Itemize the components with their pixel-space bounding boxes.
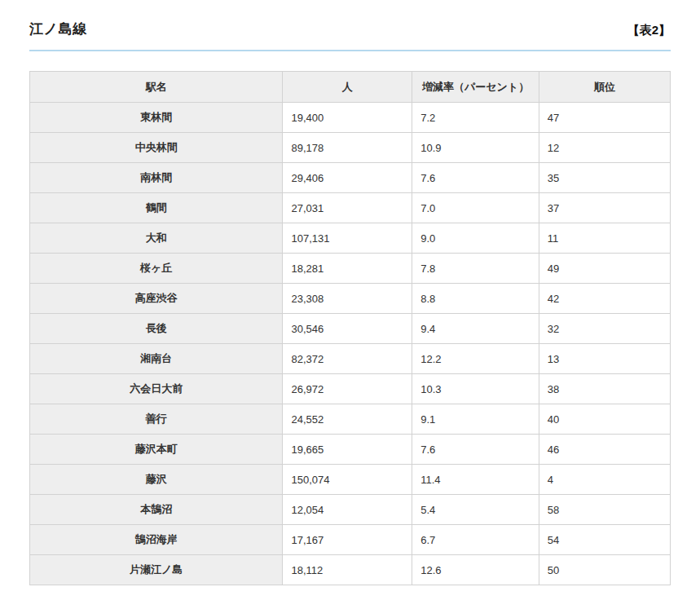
page-title: 江ノ島線 [29,20,86,38]
people-cell: 27,031 [283,193,412,223]
change-rate-cell: 6.7 [412,525,539,555]
table-row: 南林間29,4067.635 [30,163,671,193]
people-cell: 150,074 [283,465,412,495]
rank-cell: 35 [539,163,670,193]
table-row: 東林間19,4007.247 [30,103,671,133]
rank-cell: 37 [539,193,670,223]
station-name-cell: 東林間 [30,103,283,133]
table-row: 本鵠沼12,0545.458 [30,495,671,525]
people-cell: 18,281 [283,254,412,284]
rank-cell: 50 [539,555,670,585]
station-name-cell: 鶴間 [30,193,283,223]
change-rate-cell: 10.3 [412,374,539,404]
people-cell: 23,308 [283,284,412,314]
table-row: 大和107,1319.011 [30,223,671,254]
table-row: 桜ヶ丘18,2817.849 [30,254,671,284]
rank-cell: 42 [539,284,670,314]
rank-cell: 12 [539,133,670,163]
change-rate-cell: 9.1 [412,404,539,435]
page: 江ノ島線 【表2】 駅名 人 増減率（パーセント） 順位 東林間19,4007.… [0,0,700,609]
table-body: 東林間19,4007.247中央林間89,17810.912南林間29,4067… [30,103,671,585]
rank-cell: 40 [539,404,670,435]
people-cell: 30,546 [283,314,412,344]
table-row: 高座渋谷23,3088.842 [30,284,671,314]
people-cell: 19,665 [283,435,412,465]
station-name-cell: 六会日大前 [30,374,283,404]
table-row: 中央林間89,17810.912 [30,133,671,163]
station-name-cell: 片瀬江ノ島 [30,555,283,585]
station-name-cell: 湘南台 [30,344,283,374]
station-name-cell: 藤沢 [30,465,283,495]
station-name-cell: 藤沢本町 [30,435,283,465]
people-cell: 26,972 [283,374,412,404]
table-row: 藤沢本町19,6657.646 [30,435,671,465]
people-cell: 19,400 [283,103,412,133]
table-row: 鶴間27,0317.037 [30,193,671,223]
people-cell: 107,131 [283,223,412,254]
change-rate-cell: 12.2 [412,344,539,374]
rank-cell: 58 [539,495,670,525]
change-rate-cell: 7.6 [412,163,539,193]
header-change-rate: 増減率（パーセント） [412,72,539,103]
change-rate-cell: 12.6 [412,555,539,585]
rank-cell: 47 [539,103,670,133]
rank-cell: 54 [539,525,670,555]
station-name-cell: 南林間 [30,163,283,193]
rank-cell: 13 [539,344,670,374]
station-name-cell: 高座渋谷 [30,284,283,314]
station-name-cell: 桜ヶ丘 [30,254,283,284]
station-name-cell: 中央林間 [30,133,283,163]
change-rate-cell: 7.8 [412,254,539,284]
rank-cell: 46 [539,435,670,465]
change-rate-cell: 7.2 [412,103,539,133]
table-header: 駅名 人 増減率（パーセント） 順位 [30,72,671,103]
change-rate-cell: 11.4 [412,465,539,495]
people-cell: 12,054 [283,495,412,525]
station-stats-table: 駅名 人 増減率（パーセント） 順位 東林間19,4007.247中央林間89,… [29,71,671,585]
people-cell: 89,178 [283,133,412,163]
rank-cell: 11 [539,223,670,254]
station-name-cell: 長後 [30,314,283,344]
people-cell: 82,372 [283,344,412,374]
change-rate-cell: 9.4 [412,314,539,344]
table-row: 藤沢150,07411.44 [30,465,671,495]
people-cell: 18,112 [283,555,412,585]
change-rate-cell: 9.0 [412,223,539,254]
station-name-cell: 鵠沼海岸 [30,525,283,555]
header-people-count: 人 [283,72,412,103]
title-bar: 江ノ島線 【表2】 [29,20,671,38]
station-name-cell: 本鵠沼 [30,495,283,525]
rank-cell: 32 [539,314,670,344]
header-rank: 順位 [539,72,670,103]
rank-cell: 49 [539,254,670,284]
rank-cell: 4 [539,465,670,495]
table-row: 善行24,5529.140 [30,404,671,435]
rank-cell: 38 [539,374,670,404]
table-row: 湘南台82,37212.213 [30,344,671,374]
people-cell: 17,167 [283,525,412,555]
change-rate-cell: 8.8 [412,284,539,314]
header-station-name: 駅名 [30,72,283,103]
change-rate-cell: 5.4 [412,495,539,525]
table-header-row: 駅名 人 増減率（パーセント） 順位 [30,72,671,103]
table-row: 六会日大前26,97210.338 [30,374,671,404]
change-rate-cell: 7.6 [412,435,539,465]
table-row: 鵠沼海岸17,1676.754 [30,525,671,555]
station-name-cell: 大和 [30,223,283,254]
station-name-cell: 善行 [30,404,283,435]
change-rate-cell: 10.9 [412,133,539,163]
title-divider [29,50,671,51]
people-cell: 29,406 [283,163,412,193]
table-number-label: 【表2】 [627,23,671,38]
change-rate-cell: 7.0 [412,193,539,223]
table-row: 長後30,5469.432 [30,314,671,344]
table-row: 片瀬江ノ島18,11212.650 [30,555,671,585]
people-cell: 24,552 [283,404,412,435]
